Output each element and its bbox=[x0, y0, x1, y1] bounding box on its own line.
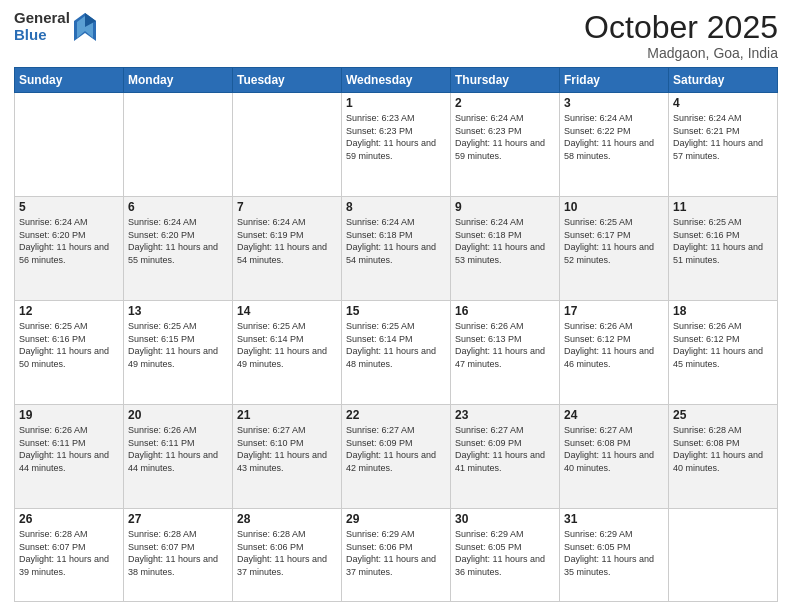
cell-info: Sunrise: 6:25 AMSunset: 6:15 PMDaylight:… bbox=[128, 320, 228, 370]
cell-info: Sunrise: 6:29 AMSunset: 6:05 PMDaylight:… bbox=[455, 528, 555, 578]
day-number: 26 bbox=[19, 512, 119, 526]
day-number: 18 bbox=[673, 304, 773, 318]
weekday-header: Tuesday bbox=[233, 68, 342, 93]
day-number: 1 bbox=[346, 96, 446, 110]
day-number: 10 bbox=[564, 200, 664, 214]
cell-info: Sunrise: 6:28 AMSunset: 6:08 PMDaylight:… bbox=[673, 424, 773, 474]
cell-info: Sunrise: 6:26 AMSunset: 6:12 PMDaylight:… bbox=[673, 320, 773, 370]
calendar-cell: 11Sunrise: 6:25 AMSunset: 6:16 PMDayligh… bbox=[669, 197, 778, 301]
cell-info: Sunrise: 6:24 AMSunset: 6:22 PMDaylight:… bbox=[564, 112, 664, 162]
day-number: 23 bbox=[455, 408, 555, 422]
calendar-cell: 13Sunrise: 6:25 AMSunset: 6:15 PMDayligh… bbox=[124, 301, 233, 405]
location: Madgaon, Goa, India bbox=[584, 45, 778, 61]
day-number: 13 bbox=[128, 304, 228, 318]
cell-info: Sunrise: 6:29 AMSunset: 6:05 PMDaylight:… bbox=[564, 528, 664, 578]
cell-info: Sunrise: 6:24 AMSunset: 6:20 PMDaylight:… bbox=[128, 216, 228, 266]
day-number: 28 bbox=[237, 512, 337, 526]
day-number: 2 bbox=[455, 96, 555, 110]
day-number: 17 bbox=[564, 304, 664, 318]
logo-icon bbox=[74, 13, 96, 41]
day-number: 7 bbox=[237, 200, 337, 214]
header: General Blue October 2025 Madgaon, Goa, … bbox=[14, 10, 778, 61]
calendar-cell: 16Sunrise: 6:26 AMSunset: 6:13 PMDayligh… bbox=[451, 301, 560, 405]
cell-info: Sunrise: 6:24 AMSunset: 6:23 PMDaylight:… bbox=[455, 112, 555, 162]
day-number: 15 bbox=[346, 304, 446, 318]
weekday-header: Thursday bbox=[451, 68, 560, 93]
calendar-table: SundayMondayTuesdayWednesdayThursdayFrid… bbox=[14, 67, 778, 602]
calendar-cell: 7Sunrise: 6:24 AMSunset: 6:19 PMDaylight… bbox=[233, 197, 342, 301]
cell-info: Sunrise: 6:27 AMSunset: 6:10 PMDaylight:… bbox=[237, 424, 337, 474]
cell-info: Sunrise: 6:25 AMSunset: 6:14 PMDaylight:… bbox=[237, 320, 337, 370]
calendar-cell: 3Sunrise: 6:24 AMSunset: 6:22 PMDaylight… bbox=[560, 93, 669, 197]
calendar-cell: 10Sunrise: 6:25 AMSunset: 6:17 PMDayligh… bbox=[560, 197, 669, 301]
logo-general-text: General bbox=[14, 10, 70, 27]
weekday-header: Saturday bbox=[669, 68, 778, 93]
day-number: 6 bbox=[128, 200, 228, 214]
day-number: 20 bbox=[128, 408, 228, 422]
calendar-cell: 31Sunrise: 6:29 AMSunset: 6:05 PMDayligh… bbox=[560, 508, 669, 601]
calendar-week-row: 12Sunrise: 6:25 AMSunset: 6:16 PMDayligh… bbox=[15, 301, 778, 405]
day-number: 25 bbox=[673, 408, 773, 422]
calendar-cell: 30Sunrise: 6:29 AMSunset: 6:05 PMDayligh… bbox=[451, 508, 560, 601]
cell-info: Sunrise: 6:27 AMSunset: 6:08 PMDaylight:… bbox=[564, 424, 664, 474]
day-number: 4 bbox=[673, 96, 773, 110]
day-number: 21 bbox=[237, 408, 337, 422]
calendar-cell: 4Sunrise: 6:24 AMSunset: 6:21 PMDaylight… bbox=[669, 93, 778, 197]
calendar-week-row: 5Sunrise: 6:24 AMSunset: 6:20 PMDaylight… bbox=[15, 197, 778, 301]
logo: General Blue bbox=[14, 10, 96, 43]
calendar-cell: 25Sunrise: 6:28 AMSunset: 6:08 PMDayligh… bbox=[669, 405, 778, 509]
cell-info: Sunrise: 6:24 AMSunset: 6:18 PMDaylight:… bbox=[346, 216, 446, 266]
cell-info: Sunrise: 6:25 AMSunset: 6:14 PMDaylight:… bbox=[346, 320, 446, 370]
weekday-header: Friday bbox=[560, 68, 669, 93]
day-number: 22 bbox=[346, 408, 446, 422]
logo-blue-text: Blue bbox=[14, 27, 70, 44]
cell-info: Sunrise: 6:26 AMSunset: 6:13 PMDaylight:… bbox=[455, 320, 555, 370]
page: General Blue October 2025 Madgaon, Goa, … bbox=[0, 0, 792, 612]
cell-info: Sunrise: 6:25 AMSunset: 6:17 PMDaylight:… bbox=[564, 216, 664, 266]
day-number: 9 bbox=[455, 200, 555, 214]
calendar-cell: 28Sunrise: 6:28 AMSunset: 6:06 PMDayligh… bbox=[233, 508, 342, 601]
calendar-cell bbox=[669, 508, 778, 601]
calendar-cell: 27Sunrise: 6:28 AMSunset: 6:07 PMDayligh… bbox=[124, 508, 233, 601]
day-number: 31 bbox=[564, 512, 664, 526]
day-number: 12 bbox=[19, 304, 119, 318]
calendar-cell bbox=[124, 93, 233, 197]
cell-info: Sunrise: 6:28 AMSunset: 6:07 PMDaylight:… bbox=[19, 528, 119, 578]
day-number: 8 bbox=[346, 200, 446, 214]
cell-info: Sunrise: 6:24 AMSunset: 6:21 PMDaylight:… bbox=[673, 112, 773, 162]
cell-info: Sunrise: 6:29 AMSunset: 6:06 PMDaylight:… bbox=[346, 528, 446, 578]
calendar-cell: 19Sunrise: 6:26 AMSunset: 6:11 PMDayligh… bbox=[15, 405, 124, 509]
cell-info: Sunrise: 6:25 AMSunset: 6:16 PMDaylight:… bbox=[673, 216, 773, 266]
day-number: 5 bbox=[19, 200, 119, 214]
cell-info: Sunrise: 6:28 AMSunset: 6:07 PMDaylight:… bbox=[128, 528, 228, 578]
calendar-cell: 6Sunrise: 6:24 AMSunset: 6:20 PMDaylight… bbox=[124, 197, 233, 301]
calendar-cell: 29Sunrise: 6:29 AMSunset: 6:06 PMDayligh… bbox=[342, 508, 451, 601]
day-number: 14 bbox=[237, 304, 337, 318]
calendar-cell: 24Sunrise: 6:27 AMSunset: 6:08 PMDayligh… bbox=[560, 405, 669, 509]
day-number: 30 bbox=[455, 512, 555, 526]
month-title: October 2025 bbox=[584, 10, 778, 45]
day-number: 11 bbox=[673, 200, 773, 214]
calendar-week-row: 19Sunrise: 6:26 AMSunset: 6:11 PMDayligh… bbox=[15, 405, 778, 509]
cell-info: Sunrise: 6:24 AMSunset: 6:19 PMDaylight:… bbox=[237, 216, 337, 266]
calendar-cell: 20Sunrise: 6:26 AMSunset: 6:11 PMDayligh… bbox=[124, 405, 233, 509]
calendar-cell: 26Sunrise: 6:28 AMSunset: 6:07 PMDayligh… bbox=[15, 508, 124, 601]
calendar-cell: 15Sunrise: 6:25 AMSunset: 6:14 PMDayligh… bbox=[342, 301, 451, 405]
calendar-cell: 5Sunrise: 6:24 AMSunset: 6:20 PMDaylight… bbox=[15, 197, 124, 301]
cell-info: Sunrise: 6:27 AMSunset: 6:09 PMDaylight:… bbox=[455, 424, 555, 474]
calendar-cell: 9Sunrise: 6:24 AMSunset: 6:18 PMDaylight… bbox=[451, 197, 560, 301]
calendar-cell: 17Sunrise: 6:26 AMSunset: 6:12 PMDayligh… bbox=[560, 301, 669, 405]
day-number: 27 bbox=[128, 512, 228, 526]
weekday-header: Wednesday bbox=[342, 68, 451, 93]
cell-info: Sunrise: 6:26 AMSunset: 6:11 PMDaylight:… bbox=[128, 424, 228, 474]
cell-info: Sunrise: 6:24 AMSunset: 6:20 PMDaylight:… bbox=[19, 216, 119, 266]
cell-info: Sunrise: 6:25 AMSunset: 6:16 PMDaylight:… bbox=[19, 320, 119, 370]
weekday-header: Monday bbox=[124, 68, 233, 93]
calendar-cell: 18Sunrise: 6:26 AMSunset: 6:12 PMDayligh… bbox=[669, 301, 778, 405]
calendar-week-row: 1Sunrise: 6:23 AMSunset: 6:23 PMDaylight… bbox=[15, 93, 778, 197]
day-number: 16 bbox=[455, 304, 555, 318]
calendar-week-row: 26Sunrise: 6:28 AMSunset: 6:07 PMDayligh… bbox=[15, 508, 778, 601]
calendar-cell: 22Sunrise: 6:27 AMSunset: 6:09 PMDayligh… bbox=[342, 405, 451, 509]
calendar-cell bbox=[15, 93, 124, 197]
cell-info: Sunrise: 6:28 AMSunset: 6:06 PMDaylight:… bbox=[237, 528, 337, 578]
